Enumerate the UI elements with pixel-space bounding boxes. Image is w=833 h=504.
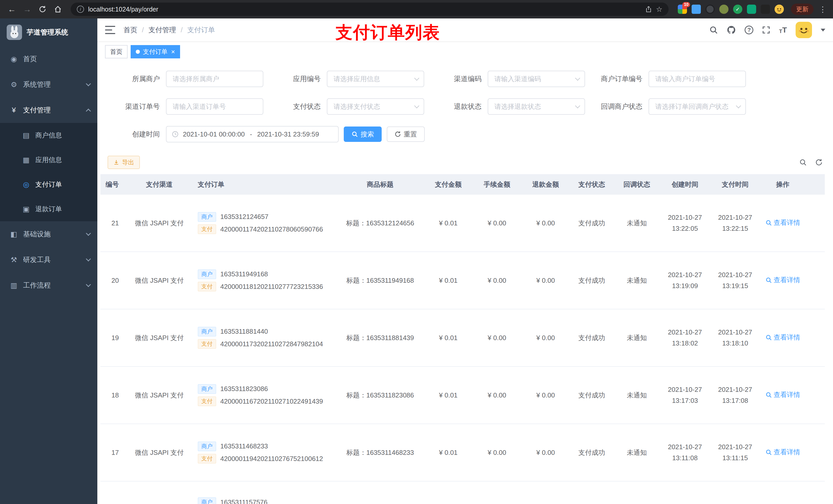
- extension-icon[interactable]: [719, 5, 729, 14]
- channel-order-no-input[interactable]: [166, 98, 263, 115]
- order-id: 21: [112, 219, 119, 227]
- breadcrumb-home[interactable]: 首页: [123, 25, 137, 34]
- sidebar-item-pay-order[interactable]: ◎ 支付订单: [0, 172, 97, 197]
- pay-status-select[interactable]: [327, 98, 424, 115]
- sidebar-item-app-info[interactable]: ▦ 应用信息: [0, 147, 97, 172]
- refund-status-select[interactable]: [488, 98, 585, 115]
- browser-home-icon[interactable]: [51, 3, 65, 16]
- sidebar-item-infrastructure[interactable]: ◧ 基础设施: [0, 221, 97, 247]
- pay-tag: 支付: [198, 397, 216, 406]
- hamburger-icon[interactable]: [105, 26, 115, 34]
- channel-code-select[interactable]: [488, 71, 585, 87]
- view-detail-link[interactable]: 查看详情: [765, 390, 800, 399]
- date-start: 2021-10-01 00:00:00: [183, 130, 245, 138]
- sidebar-item-system[interactable]: ⚙ 系统管理: [0, 72, 97, 97]
- sidebar-item-workflow[interactable]: ▥ 工作流程: [0, 272, 97, 298]
- browser-forward-icon[interactable]: →: [21, 3, 34, 16]
- notify-status-select[interactable]: [648, 98, 746, 115]
- extension-puzzle-icon[interactable]: [761, 5, 770, 14]
- browser-update-button[interactable]: 更新: [791, 4, 813, 15]
- help-icon[interactable]: ?: [745, 26, 753, 34]
- browser-reload-icon[interactable]: [36, 3, 49, 16]
- pay-time: 2021-10-27 13:17:08: [710, 384, 760, 406]
- product-title: 标题：1635312124656: [346, 219, 414, 227]
- column-header: 操作: [760, 180, 805, 189]
- date-end: 2021-10-31 23:59:59: [257, 130, 319, 138]
- sidebar-item-refund-order[interactable]: ▣ 退款订单: [0, 197, 97, 221]
- reset-button[interactable]: 重置: [387, 126, 425, 142]
- chevron-down-icon: [86, 256, 91, 262]
- merchant-order-no-input[interactable]: [648, 71, 746, 87]
- sidebar-item-label: 应用信息: [35, 155, 90, 164]
- github-icon[interactable]: [727, 25, 736, 34]
- view-detail-link[interactable]: 查看详情: [765, 275, 800, 285]
- fee-amount: ¥ 0.00: [488, 449, 506, 456]
- view-detail-link[interactable]: 查看详情: [765, 218, 800, 227]
- table-row-partial: 商户 1635311157576: [100, 481, 825, 504]
- breadcrumb: 首页 / 支付管理 / 支付订单: [123, 25, 215, 34]
- font-size-icon[interactable]: TT: [779, 26, 787, 34]
- sidebar-item-merchant-info[interactable]: ▤ 商户信息: [0, 123, 97, 147]
- address-bar[interactable]: i localhost:1024/pay/order ☆: [71, 3, 669, 16]
- app-logo[interactable]: 芋道管理系统: [0, 19, 97, 46]
- breadcrumb-pay-manage[interactable]: 支付管理: [148, 25, 176, 34]
- date-range-input[interactable]: 2021-10-01 00:00:00 - 2021-10-31 23:59:5…: [166, 126, 339, 142]
- filter-field-refund-status: 退款状态: [424, 98, 585, 115]
- chevron-down-icon: [86, 282, 91, 287]
- app-select[interactable]: [327, 71, 424, 87]
- extension-check-icon[interactable]: ✓: [733, 5, 742, 14]
- pay-amount: ¥ 0.01: [439, 219, 457, 227]
- search-button[interactable]: 搜索: [344, 126, 382, 142]
- tools-icon: ⚒: [9, 256, 19, 264]
- sidebar-item-label: 退款订单: [35, 205, 90, 214]
- fullscreen-icon[interactable]: [762, 26, 770, 34]
- pay-status: 支付成功: [578, 391, 605, 399]
- notify-status: 未通知: [627, 219, 647, 227]
- view-detail-link[interactable]: 查看详情: [765, 448, 800, 457]
- site-info-icon[interactable]: i: [77, 6, 84, 13]
- browser-profile-avatar[interactable]: [775, 5, 784, 14]
- extension-icon[interactable]: [706, 5, 715, 14]
- filter-label: 回调商户状态: [585, 102, 642, 111]
- column-header: 手续金额: [472, 180, 522, 189]
- sidebar-item-label: 支付订单: [35, 180, 90, 189]
- sidebar-item-devtools[interactable]: ⚒ 研发工具: [0, 247, 97, 272]
- merchant-select[interactable]: [166, 71, 263, 87]
- extension-badge: 10: [682, 2, 690, 7]
- sidebar-item-home[interactable]: ◉ 首页: [0, 46, 97, 72]
- yen-icon: ¥: [9, 106, 19, 114]
- search-icon[interactable]: [709, 26, 718, 34]
- extension-icon[interactable]: [692, 5, 701, 14]
- toggle-search-icon[interactable]: [799, 159, 807, 166]
- browser-back-icon[interactable]: ←: [5, 3, 19, 16]
- tab-pay-order[interactable]: 支付订单 ×: [130, 45, 180, 58]
- sidebar-item-payment[interactable]: ¥ 支付管理: [0, 97, 97, 123]
- merchant-order-no: 1635311157576: [220, 498, 267, 504]
- view-detail-link[interactable]: 查看详情: [765, 333, 800, 342]
- column-header: 回调状态: [614, 180, 660, 189]
- filter-field-channel-code: 渠道编码: [424, 71, 585, 87]
- user-menu-caret-icon[interactable]: [821, 29, 825, 31]
- create-time: 2021-10-27 13:17:03: [660, 384, 710, 406]
- extension-icon[interactable]: 10: [678, 5, 687, 14]
- filter-label: 商户订单编号: [585, 74, 642, 83]
- date-separator: -: [249, 130, 253, 138]
- briefcase-icon: ▥: [9, 281, 19, 290]
- extension-chat-icon[interactable]: [747, 5, 756, 14]
- pay-time: 2021-10-27 13:19:15: [710, 269, 760, 291]
- merchant-tag: 商户: [198, 497, 216, 504]
- browser-menu-icon[interactable]: ⋮: [818, 5, 828, 14]
- bookmark-star-icon[interactable]: ☆: [656, 5, 662, 14]
- app-title: 芋道管理系统: [27, 28, 68, 37]
- pay-time: 2021-10-27 13:11:15: [710, 441, 760, 463]
- tab-close-icon[interactable]: ×: [171, 48, 175, 55]
- refresh-icon[interactable]: [815, 159, 823, 166]
- filter-label: 应用编号: [263, 74, 321, 83]
- export-button[interactable]: 导出: [108, 156, 140, 169]
- notify-status: 未通知: [627, 391, 647, 399]
- share-icon[interactable]: [645, 6, 652, 13]
- user-avatar[interactable]: [795, 22, 812, 38]
- merchant-tag: 商户: [198, 212, 216, 222]
- refund-amount: ¥ 0.00: [537, 277, 555, 284]
- tab-home[interactable]: 首页: [105, 45, 127, 58]
